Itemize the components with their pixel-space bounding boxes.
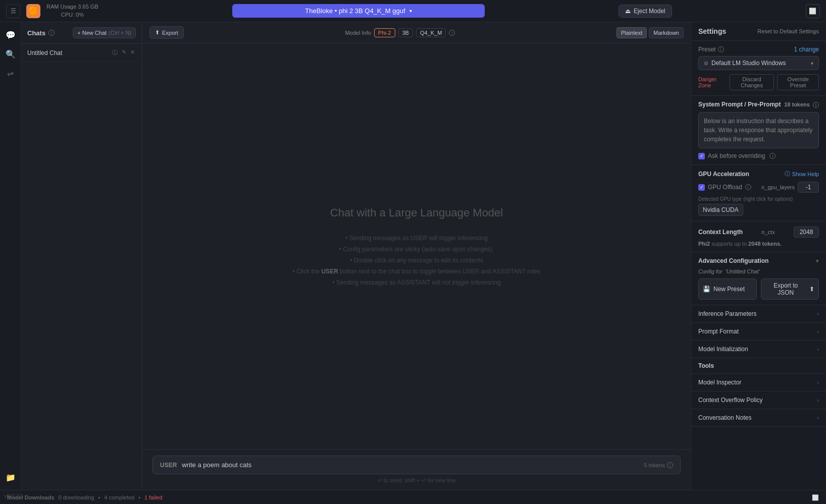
ask-before-info-icon[interactable]: i [769,153,776,159]
chat-input-area: USER 5 tokens i ⏎ to send, shift + ⏎ for… [142,449,691,490]
sidebar-item-chat[interactable]: 💬 [2,26,19,43]
plaintext-button[interactable]: Plaintext [616,27,647,38]
eject-icon: ⏏ [625,8,631,15]
chats-info-icon[interactable]: i [48,30,55,36]
markdown-button[interactable]: Markdown [649,27,684,38]
preset-chevron-icon: ▾ [811,61,813,66]
sidebar-item-search[interactable]: 🔍 [2,45,19,63]
context-overflow-row[interactable]: Context Overflow Policy › [691,391,826,409]
chat-close-icon[interactable]: ✕ [129,48,136,58]
model-init-row[interactable]: Model Initialization › [691,341,826,358]
prompt-format-row[interactable]: Prompt Format › [691,323,826,341]
gpu-offload-row: ✓ GPU Offload i n_gpu_layers [698,182,819,193]
chat-toolbar: ⬆ Export Model Info Phi-2 3B Q4_K_M i Pl… [142,22,691,43]
model-selector-button[interactable]: TheBloke • phi 2 3B Q4_K_M gguf ▾ [232,4,485,18]
inference-params-row[interactable]: Inference Parameters › [691,305,826,323]
chat-list-panel: Chats i + New Chat (Ctrl + N) Untitled C… [21,22,142,490]
n-ctx-input[interactable] [794,227,819,238]
token-count: 5 tokens i [644,462,673,468]
bottom-bar: Model Downloads 0 downloading • 4 comple… [0,490,826,504]
gpu-offload-checkbox[interactable]: ✓ [698,184,705,191]
chevron-down-icon: ▾ [409,8,412,14]
context-section: Context Length n_ctx Phi2 supports up to… [691,221,826,252]
advanced-config-header[interactable]: Advanced Configuration ▾ [698,257,819,264]
chat-list-header: Chats i + New Chat (Ctrl + N) [21,22,142,44]
new-preset-button[interactable]: 💾 New Preset [698,278,757,300]
settings-header: Settings Reset to Default Settings [691,22,826,41]
chats-title: Chats [27,29,45,37]
q4km-tag: Q4_K_M [416,28,446,37]
chat-list-item[interactable]: Untitled Chat ⓘ ✎ ✕ [21,44,142,62]
override-preset-button[interactable]: Override Preset [777,74,819,90]
phi2-tag[interactable]: Phi-2 [374,28,395,37]
eject-model-button[interactable]: ⏏ Eject Model [618,5,672,18]
preset-settings-icon: ⚙ [704,61,708,66]
model-inspector-chevron-icon: › [817,379,819,385]
system-prompt-token-count: 18 tokens i [784,101,819,108]
export-button[interactable]: ⬆ Export [149,26,184,39]
system-prompt-info-icon[interactable]: i [813,102,819,108]
model-inspector-title: Model Inspector [698,379,741,386]
conversation-notes-chevron-icon: › [817,415,819,421]
chat-icon: 💬 [6,30,16,40]
advanced-config-title: Advanced Configuration [698,257,768,264]
bottom-bar-right: ⬜ [812,494,819,501]
model-info-icon[interactable]: i [449,30,455,36]
export-icon: ⬆ [155,29,160,36]
gpu-offload-info-icon[interactable]: i [745,184,751,190]
show-help-button[interactable]: ⓘ Show Help [785,170,819,178]
chat-info-icon[interactable]: ⓘ [111,48,119,58]
user-role-label[interactable]: USER [160,462,177,469]
hint-3: • Double click on any message to edit it… [293,257,541,264]
token-info-icon[interactable]: i [667,462,673,468]
model-info-label: Model Info [345,30,371,36]
chat-edit-icon[interactable]: ✎ [121,48,127,58]
preset-info-icon[interactable]: i [718,46,724,52]
ask-before-row: ✓ Ask before overriding i [698,152,819,159]
prompt-format-title: Prompt Format [698,328,739,335]
context-note: Phi2 supports up to 2048 tokens. [698,241,819,247]
help-icon: ⓘ [785,170,790,178]
completed-count: 4 completed [104,494,134,500]
n-gpu-layers-input[interactable] [798,182,819,193]
config-for-label: Config for 'Untitled Chat' [698,268,819,274]
export-json-button[interactable]: Export to JSON ⬆ [761,278,819,300]
conversation-notes-row[interactable]: Conversation Notes › [691,409,826,427]
save-icon: 💾 [703,286,710,293]
inference-params-chevron-icon: › [817,311,819,317]
gpu-heading: GPU Acceleration ⓘ Show Help [698,170,819,178]
model-info-section: Model Info Phi-2 3B Q4_K_M i [345,28,455,37]
sidebar-item-arrows[interactable]: ⇌ [2,65,19,82]
hint-5: • Sending messages as ASSISTANT will not… [293,279,541,286]
gpu-value[interactable]: Nvidia CUDA [698,204,743,216]
system-prompt-section: System Prompt / Pre-Prompt 18 tokens i B… [691,96,826,165]
advanced-config-section: Advanced Configuration ▾ Config for 'Unt… [691,252,826,305]
menu-icon[interactable]: ☰ [6,4,20,18]
arrows-icon: ⇌ [7,69,14,78]
model-init-title: Model Initialization [698,346,748,353]
settings-title: Settings [698,27,726,35]
system-prompt-textarea[interactable]: Below is an instruction that describes a… [698,112,819,148]
chat-item-actions: ⓘ ✎ ✕ [111,48,136,58]
reset-defaults-button[interactable]: Reset to Default Settings [757,28,819,34]
conversation-notes-title: Conversation Notes [698,414,751,421]
window-controls-icon: ⬜ [812,494,819,500]
system-stats: RAM Usage 3.65 GB CPU: 0% [46,3,98,19]
advanced-config-chevron-icon: ▾ [816,258,819,264]
input-hint-bar: ⏎ to send, shift + ⏎ for new line [152,477,681,484]
failed-count: 1 failed [144,494,162,500]
preset-change-badge[interactable]: 1 change [794,46,819,53]
discard-changes-button[interactable]: Discard Changes [730,74,775,90]
app-logo: 🟠 [26,4,40,18]
danger-zone-label[interactable]: Danger Zone [698,76,727,88]
inference-params-title: Inference Parameters [698,310,756,317]
version-label: v0.2.10 [4,493,22,499]
window-icon[interactable]: ⬜ [806,4,820,18]
model-inspector-row[interactable]: Model Inspector › [691,374,826,391]
new-chat-button[interactable]: + New Chat (Ctrl + N) [73,27,136,38]
ask-before-checkbox[interactable]: ✓ [698,153,705,159]
preset-dropdown[interactable]: ⚙ Default LM Studio Windows ▾ [698,56,819,70]
message-input[interactable] [182,461,639,469]
folder-icon: 📁 [6,473,16,482]
sidebar-item-folder[interactable]: 📁 [2,469,19,486]
